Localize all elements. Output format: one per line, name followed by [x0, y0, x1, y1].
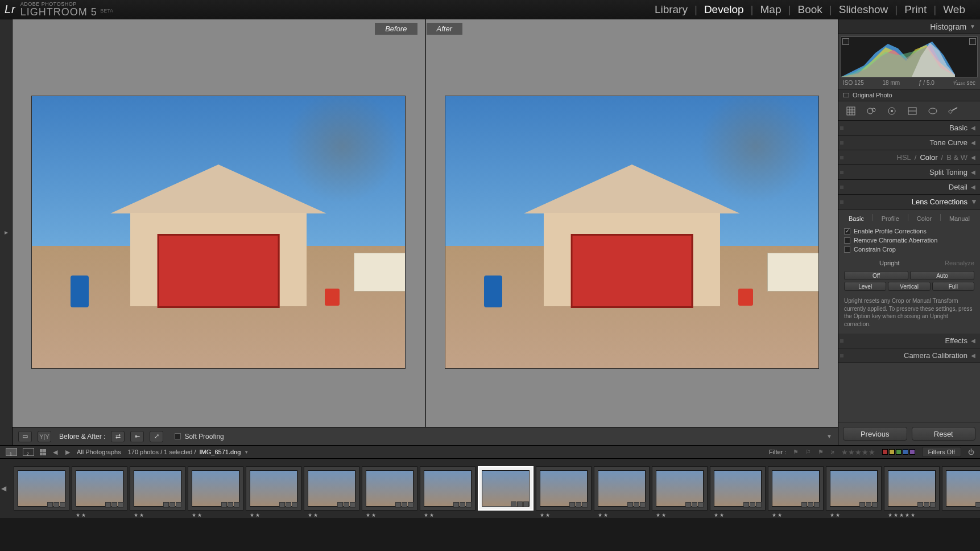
histogram-info: ISO 125 18 mm ƒ / 5.0 ¹⁄₁₂₅₀ sec: [841, 77, 978, 86]
upright-level-button[interactable]: Level: [844, 282, 886, 291]
reset-button[interactable]: Reset: [912, 427, 976, 441]
source-path[interactable]: All Photographs 170 photos / 1 selected …: [77, 449, 249, 455]
filmstrip-thumb[interactable]: ★★: [188, 466, 243, 511]
copy-after-to-before-button[interactable]: ⤢: [150, 431, 163, 442]
filmstrip-thumb[interactable]: [478, 466, 534, 511]
panel-hsl-color-bw[interactable]: HSL / Color / B & W◀: [838, 150, 980, 165]
upright-reanalyze-button[interactable]: Reanalyze: [945, 260, 974, 266]
panel-tone-curve[interactable]: Tone Curve◀: [838, 135, 980, 150]
nav-fwd-icon[interactable]: ▶: [64, 449, 71, 456]
upright-vertical-button[interactable]: Vertical: [888, 282, 930, 291]
thumb-rating: ★★: [308, 512, 319, 518]
constrain-crop-checkbox[interactable]: [844, 246, 850, 253]
photo-before[interactable]: [31, 96, 406, 369]
filmstrip-thumb[interactable]: ★★: [72, 466, 127, 511]
filter-lock-icon[interactable]: ⏻: [968, 449, 974, 455]
swap-before-after-button[interactable]: ⇄: [111, 431, 125, 442]
loupe-after[interactable]: After: [425, 19, 838, 445]
exif-shutter: ¹⁄₁₂₅₀ sec: [953, 80, 975, 86]
filmstrip-thumb[interactable]: ★★: [826, 466, 882, 511]
flag-rejected-filter-icon[interactable]: ⚑: [818, 449, 824, 456]
remove-chromatic-aberration-checkbox[interactable]: [844, 237, 850, 244]
filmstrip-thumb[interactable]: ★★: [130, 466, 185, 511]
flag-picked-filter-icon[interactable]: ⚑: [793, 449, 799, 456]
panel-lens-corrections[interactable]: Lens Corrections◀: [838, 195, 980, 209]
filmstrip-thumb[interactable]: ★★: [768, 466, 824, 511]
filmstrip-thumb[interactable]: [14, 466, 69, 511]
filmstrip-thumb[interactable]: ★★: [420, 466, 475, 511]
module-map[interactable]: Map: [754, 3, 788, 16]
top-bar: Lr ADOBE PHOTOSHOP LIGHTROOM 5 BETA Libr…: [0, 0, 980, 19]
brand-app-label: LIGHTROOM 5: [20, 6, 97, 18]
redeye-tool-icon[interactable]: [884, 104, 900, 118]
thumb-rating: ★★: [598, 512, 609, 518]
flag-unflagged-filter-icon[interactable]: ⚐: [805, 449, 811, 456]
module-slideshow[interactable]: Slideshow: [832, 3, 895, 16]
toolbar-more-disclosure[interactable]: ▼: [826, 433, 832, 439]
grad-filter-tool-icon[interactable]: [904, 104, 920, 118]
radial-filter-tool-icon[interactable]: [925, 104, 941, 118]
panel-basic[interactable]: Basic◀: [838, 121, 980, 135]
histogram: ISO 125 18 mm ƒ / 5.0 ¹⁄₁₂₅₀ sec: [838, 34, 980, 89]
copy-before-to-after-button[interactable]: ⇤: [130, 431, 144, 442]
previous-button[interactable]: Previous: [843, 427, 907, 441]
soft-proofing-checkbox[interactable]: [175, 433, 181, 439]
color-label-filter[interactable]: [882, 449, 915, 455]
photo-after[interactable]: [445, 96, 819, 369]
filmstrip-thumb[interactable]: ★★★★★: [884, 466, 940, 511]
module-library[interactable]: Library: [648, 3, 694, 16]
filmstrip-thumb[interactable]: ★★: [594, 466, 650, 511]
filmstrip-expander[interactable]: ◀: [1, 484, 6, 492]
clipping-highlights-icon[interactable]: [969, 38, 976, 45]
panel-camera-calibration[interactable]: Camera Calibration◀: [838, 348, 980, 363]
grid-view-icon[interactable]: [40, 449, 46, 455]
histogram-graph[interactable]: [841, 36, 978, 77]
lens-tab-profile[interactable]: Profile: [879, 214, 902, 223]
enable-profile-corrections-label: Enable Profile Corrections: [854, 228, 927, 235]
crop-tool-icon[interactable]: [843, 104, 859, 118]
nav-back-icon[interactable]: ◀: [52, 449, 59, 456]
filmstrip-thumb[interactable]: [942, 466, 980, 511]
module-develop[interactable]: Develop: [697, 3, 751, 16]
second-monitor-1-icon[interactable]: 1: [6, 448, 17, 456]
filmstrip-thumb[interactable]: ★★: [652, 466, 708, 511]
filters-preset-dropdown[interactable]: Filters Off: [922, 447, 961, 457]
panel-split-toning[interactable]: Split Toning◀: [838, 165, 980, 180]
filmstrip-thumb[interactable]: ★★: [362, 466, 417, 511]
right-panel: Histogram▼ ISO 125 18 mm ƒ / 5.0 ¹⁄₁₂₅₀ …: [838, 19, 980, 445]
rating-filter[interactable]: ★★★★★: [841, 448, 875, 457]
center-panel: Before After: [13, 19, 838, 445]
upright-auto-button[interactable]: Auto: [910, 271, 974, 280]
loupe-toolbar: ▭ Y|Y Before & After : ⇄ ⇤ ⤢ Soft Proofi…: [13, 427, 838, 445]
filmstrip-thumb[interactable]: ★★: [536, 466, 592, 511]
constrain-crop-label: Constrain Crop: [854, 246, 896, 253]
panel-effects[interactable]: Effects◀: [838, 334, 980, 348]
module-web[interactable]: Web: [936, 3, 972, 16]
enable-profile-corrections-checkbox[interactable]: ✓: [844, 228, 850, 235]
module-print[interactable]: Print: [898, 3, 933, 16]
panel-detail[interactable]: Detail◀: [838, 180, 980, 195]
view-compare-button[interactable]: Y|Y: [38, 431, 51, 442]
loupe-before[interactable]: Before: [13, 19, 425, 445]
upright-off-button[interactable]: Off: [844, 271, 908, 280]
filmstrip-thumb[interactable]: ★★: [304, 466, 359, 511]
lens-tab-color[interactable]: Color: [915, 214, 934, 223]
filmstrip[interactable]: ◀ ★★ ★★ ★★ ★★ ★★ ★★ ★★ ★★ ★★ ★★ ★★ ★★ ★★…: [0, 459, 980, 518]
before-after-toolbar-label: Before & After :: [59, 433, 105, 441]
view-loupe-button[interactable]: ▭: [18, 431, 32, 442]
panel-histogram-header[interactable]: Histogram▼: [838, 19, 980, 34]
lens-tab-basic[interactable]: Basic: [846, 214, 866, 223]
filmstrip-thumb[interactable]: ★★: [246, 466, 301, 511]
second-monitor-2-icon[interactable]: 2: [23, 448, 34, 456]
exif-focal: 18 mm: [883, 80, 900, 86]
upright-full-button[interactable]: Full: [932, 282, 974, 291]
module-book[interactable]: Book: [791, 3, 829, 16]
thumb-rating: ★★: [76, 512, 87, 518]
lens-tabs: Basic Profile Color Manual: [844, 209, 974, 227]
left-panel-expander[interactable]: ▸: [0, 19, 13, 445]
spot-removal-tool-icon[interactable]: [863, 104, 879, 118]
original-photo-row[interactable]: Original Photo: [838, 89, 980, 101]
filmstrip-thumb[interactable]: ★★: [710, 466, 766, 511]
brush-tool-icon[interactable]: [945, 104, 961, 118]
lens-tab-manual[interactable]: Manual: [947, 214, 972, 223]
